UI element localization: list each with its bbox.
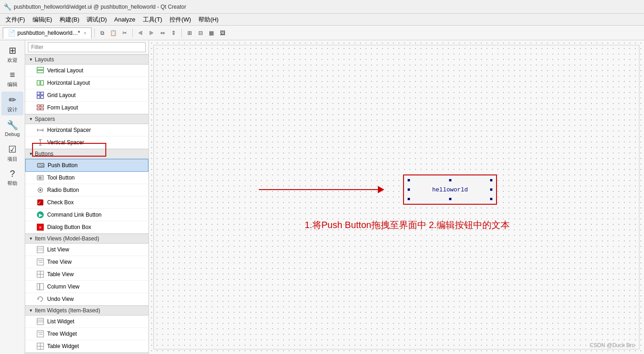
svg-rect-10 [37,108,40,110]
toolbar-separator-1 [94,28,95,38]
handle-middleright [490,189,492,191]
toolbar-align-vert-btn[interactable]: ⇕ [169,28,179,38]
widget-tree-view[interactable]: Tree View [25,256,148,268]
menu-file[interactable]: 文件(F) [2,15,29,25]
svg-text:✕: ✕ [38,225,42,230]
sidebar-debug[interactable]: 🔧 Debug [1,116,23,140]
svg-rect-7 [41,96,44,98]
checkbox-label: Check Box [47,199,74,206]
filter-bar [25,40,148,54]
svg-text:↔: ↔ [40,129,44,133]
widget-list-view[interactable]: List View [25,244,148,256]
svg-text:⚙: ⚙ [38,176,42,180]
toolbar-image-btn[interactable]: 🖼 [218,28,228,38]
menu-build[interactable]: 构建(B) [56,15,83,25]
filter-input[interactable] [28,42,146,52]
toolbar-copy-btn[interactable]: ⧉ [98,28,108,38]
toolbar-grid2-btn[interactable]: ⊟ [196,28,206,38]
section-layouts[interactable]: ▼ Layouts [25,54,148,65]
menu-analyze[interactable]: Analyze [110,15,139,24]
toolbar-align-center-btn[interactable]: ⇔ [158,28,168,38]
tree-view-icon [36,258,44,266]
list-view-icon [36,245,44,254]
table-view-icon [36,270,44,278]
undo-view-icon [36,295,44,303]
tab-close[interactable]: × [84,31,87,36]
section-item-views[interactable]: ▼ Item Views (Model-Based) [25,234,148,244]
widget-vertical-layout[interactable]: Vertical Layout [25,65,148,77]
sidebar-edit[interactable]: ≡ 编辑 [1,67,23,91]
vertical-layout-label: Vertical Layout [47,67,83,74]
widget-form-layout[interactable]: Form Layout [25,102,148,114]
svg-rect-1 [37,71,44,73]
widget-vert-spacer[interactable]: Vertical Spacer [25,136,148,149]
title-bar: 🔧 pushbutton_helloworld/widget.ui @ push… [0,0,644,14]
svg-rect-41 [40,283,44,290]
toolbar-cut-btn[interactable]: ✂ [120,28,130,38]
grid-layout-label: Grid Layout [47,92,76,98]
tool-button-label: Tool Button [47,174,75,181]
svg-rect-4 [37,92,40,95]
widget-push-button[interactable]: OK Push Button [25,159,148,172]
help-icon: ? [10,169,15,179]
push-button-icon: OK [37,161,45,169]
widget-table-widget[interactable]: Table Widget [25,340,148,353]
widget-tool-button[interactable]: ⚙ Tool Button [25,172,148,184]
sidebar-welcome[interactable]: ⊞ 欢迎 [1,42,23,66]
helloworld-button[interactable]: helloworld [409,180,491,199]
toolbar-grid-btn[interactable]: ⊞ [185,28,195,38]
dialog-button-box-icon: ✕ [36,223,44,231]
widget-tree-widget[interactable]: Tree Widget [25,328,148,340]
widget-undo-view[interactable]: Undo View [25,293,148,305]
toolbar-paste-btn[interactable]: 📋 [109,28,119,38]
column-view-icon [36,283,44,291]
toolbar-grid3-btn[interactable]: ▦ [207,28,217,38]
menu-tools[interactable]: 工具(T) [139,15,166,25]
widget-dialog-button-box[interactable]: ✕ Dialog Button Box [25,221,148,234]
widget-command-link-button[interactable]: ▶ Command Link Button [25,209,148,221]
sidebar-debug-label: Debug [5,131,20,137]
toolbar-align-left-btn[interactable]: ⫷ [136,28,146,38]
toolbar-align-right-btn[interactable]: ⫸ [147,28,157,38]
svg-text:OK: OK [39,164,44,167]
menu-help[interactable]: 帮助(H) [195,15,222,25]
menu-widget[interactable]: 控件(W) [166,15,195,25]
handle-bottomleft [408,198,410,200]
svg-rect-34 [37,259,44,265]
section-buttons-label: Buttons [35,151,54,157]
table-widget-icon [36,342,44,350]
svg-rect-5 [41,92,44,95]
widget-grid-layout[interactable]: Grid Layout [25,89,148,102]
widget-column-view[interactable]: Column View [25,281,148,293]
svg-rect-6 [37,96,40,98]
sidebar-project[interactable]: ☑ 项目 [1,141,23,165]
table-view-label: Table View [47,271,74,278]
arrow-item-widgets: ▼ [29,308,33,313]
section-item-widgets[interactable]: ▼ Item Widgets (Item-Based) [25,305,148,316]
handle-topleft [408,179,410,181]
widget-horizontal-layout[interactable]: Horizontal Layout [25,77,148,89]
handle-topcenter [449,179,451,181]
design-icon: ✏ [9,94,16,105]
widget-checkbox[interactable]: ✓ Check Box [25,196,148,209]
horizontal-layout-icon [36,79,44,87]
widget-table-view[interactable]: Table View [25,268,148,281]
editor-tab[interactable]: 📄 pushbutton_helloworld…* × [3,27,92,38]
section-spacers[interactable]: ▼ Spacers [25,114,148,124]
sidebar-project-label: 项目 [7,156,17,163]
canvas-area: helloworld 1.将Push Button拖拽至界面中 2.编辑按钮中的… [149,40,644,354]
column-view-label: Column View [47,283,79,290]
sidebar-design[interactable]: ✏ 设计 [1,92,23,115]
vert-spacer-icon [36,138,44,147]
widget-horiz-spacer[interactable]: ↔ Horizontal Spacer [25,124,148,136]
menu-edit[interactable]: 编辑(E) [29,15,56,25]
tree-view-label: Tree View [47,259,71,265]
widget-radio-button[interactable]: Radio Button [25,184,148,196]
arrow-spacers: ▼ [29,117,33,121]
menu-debug[interactable]: 调试(D) [83,15,110,25]
widget-list-widget[interactable]: List Widget [25,316,148,328]
menu-bar: 文件(F) 编辑(E) 构建(B) 调试(D) Analyze 工具(T) 控件… [0,14,644,26]
section-buttons[interactable]: ▼ Buttons [25,149,148,159]
sidebar-help[interactable]: ? 帮助 [1,166,23,190]
svg-rect-2 [37,81,40,85]
